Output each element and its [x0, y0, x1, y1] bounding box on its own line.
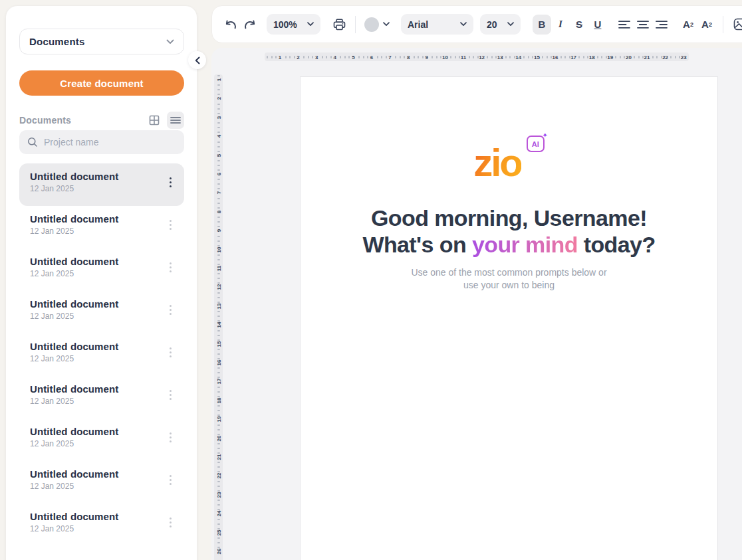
subscript-base: A [701, 19, 709, 30]
document-menu-button[interactable] [166, 472, 175, 488]
zio-logo-text: zio [473, 143, 521, 182]
document-date: 12 Jan 2025 [30, 397, 118, 406]
ai-badge-label: AI [532, 140, 539, 148]
underline-button[interactable]: U [588, 15, 607, 35]
image-icon [733, 18, 742, 31]
list-item[interactable]: Untitled document 12 Jan 2025 [19, 376, 184, 419]
list-view-icon [170, 116, 181, 125]
greeting-highlight: your mind [472, 232, 578, 257]
bold-button[interactable]: B [533, 15, 551, 35]
document-title: Untitled document [30, 383, 118, 395]
document-title: Untitled document [30, 468, 118, 480]
create-document-button[interactable]: Create document [19, 70, 184, 96]
chevron-down-icon [166, 39, 174, 45]
font-size-select[interactable]: 20 [480, 14, 521, 35]
font-family-select[interactable]: Arial [401, 14, 473, 35]
document-menu-button[interactable] [166, 515, 175, 530]
collapse-sidebar-button[interactable] [188, 51, 206, 69]
font-family-value: Arial [408, 19, 428, 30]
list-item[interactable]: Untitled document 12 Jan 2025 [19, 248, 184, 291]
list-item[interactable]: Untitled document 12 Jan 2025 [19, 419, 184, 461]
align-left-icon [618, 20, 630, 29]
chevron-down-icon [307, 22, 314, 27]
document-title: Untitled document [30, 171, 118, 182]
document-title: Untitled document [30, 298, 118, 310]
font-size-value: 20 [487, 19, 497, 30]
italic-button[interactable]: I [551, 15, 570, 35]
subscript-script: 2 [709, 21, 712, 28]
search-field [19, 130, 184, 154]
document-title: Untitled document [30, 341, 118, 352]
search-icon [27, 137, 38, 147]
editor-canvas: 1234567891011121314151617181920212223 12… [211, 48, 742, 560]
superscript-base: A [683, 19, 690, 30]
list-view-button[interactable] [167, 112, 184, 129]
ai-badge-icon: AI ✦ [527, 136, 545, 152]
kebab-icon [170, 432, 172, 434]
greeting-line2-prefix: What's on [362, 232, 472, 257]
document-date: 12 Jan 2025 [30, 269, 118, 278]
kebab-icon [170, 220, 172, 222]
list-item[interactable]: Untitled document 12 Jan 2025 [19, 163, 184, 206]
vertical-ruler: 1234567891011121314151617181920212223242… [214, 74, 223, 560]
subtitle-line2: use your own to being [301, 279, 717, 292]
sparkle-icon: ✦ [542, 132, 547, 139]
documents-section-header: Documents [19, 111, 184, 130]
grid-view-button[interactable] [146, 112, 163, 129]
print-button[interactable] [330, 15, 348, 35]
horizontal-ruler: 1234567891011121314151617181920212223 [265, 52, 689, 61]
align-left-button[interactable] [615, 15, 634, 35]
redo-icon [243, 19, 257, 30]
undo-button[interactable] [221, 15, 240, 35]
document-menu-button[interactable] [166, 387, 175, 403]
document-date: 12 Jan 2025 [30, 184, 118, 193]
kebab-icon [170, 262, 172, 264]
strikethrough-button[interactable]: S [570, 15, 588, 35]
app-window: Documents Create document Documents [0, 0, 742, 560]
document-menu-button[interactable] [166, 302, 175, 318]
document-menu-button[interactable] [166, 430, 175, 445]
workspace-selector[interactable]: Documents [19, 29, 184, 54]
redo-button[interactable] [240, 15, 259, 35]
align-center-button[interactable] [634, 15, 652, 35]
list-item[interactable]: Untitled document 12 Jan 2025 [19, 461, 184, 504]
toolbar-divider [723, 16, 723, 33]
document-menu-button[interactable] [166, 345, 175, 360]
documents-section-label: Documents [19, 115, 71, 126]
greeting-line2: What's on your mind today? [301, 231, 717, 258]
document-date: 12 Jan 2025 [30, 524, 118, 533]
list-item[interactable]: Untitled document 12 Jan 2025 [19, 504, 184, 546]
document-title: Untitled document [30, 511, 118, 522]
grid-view-icon [149, 115, 160, 126]
align-right-button[interactable] [652, 15, 671, 35]
subtitle-line1: Use one of the most common prompts below… [301, 266, 717, 279]
zio-logo: zio AI ✦ [473, 143, 545, 182]
editor-toolbar: 100% Arial 20 B I [211, 5, 742, 43]
sidebar: Documents Create document Documents [5, 5, 197, 560]
list-item[interactable]: Untitled document 12 Jan 2025 [19, 333, 184, 376]
insert-image-button[interactable] [730, 15, 742, 35]
document-menu-button[interactable] [166, 217, 175, 233]
chevron-down-icon [507, 22, 514, 27]
superscript-button[interactable]: A2 [679, 15, 697, 35]
document-title: Untitled document [30, 256, 118, 267]
search-input[interactable] [44, 137, 157, 147]
align-right-icon [656, 20, 668, 29]
list-item[interactable]: Untitled document 12 Jan 2025 [19, 206, 184, 248]
greeting-heading: Good morning, Username! What's on your m… [301, 205, 717, 258]
document-menu-button[interactable] [166, 175, 175, 190]
greeting-subtitle: Use one of the most common prompts below… [301, 266, 717, 292]
text-color-select[interactable] [362, 15, 392, 35]
document-page[interactable]: zio AI ✦ Good morning, Username! What's … [300, 76, 718, 560]
subscript-button[interactable]: A2 [697, 15, 716, 35]
printer-icon [333, 19, 346, 31]
undo-icon [224, 19, 238, 30]
document-date: 12 Jan 2025 [30, 354, 118, 363]
list-item[interactable]: Untitled document 12 Jan 2025 [19, 291, 184, 333]
document-title: Untitled document [30, 213, 118, 225]
document-date: 12 Jan 2025 [30, 439, 118, 448]
document-menu-button[interactable] [166, 260, 175, 275]
zoom-select[interactable]: 100% [267, 14, 320, 35]
kebab-icon [170, 305, 172, 307]
document-list: Untitled document 12 Jan 2025 Untitled d… [19, 163, 184, 546]
